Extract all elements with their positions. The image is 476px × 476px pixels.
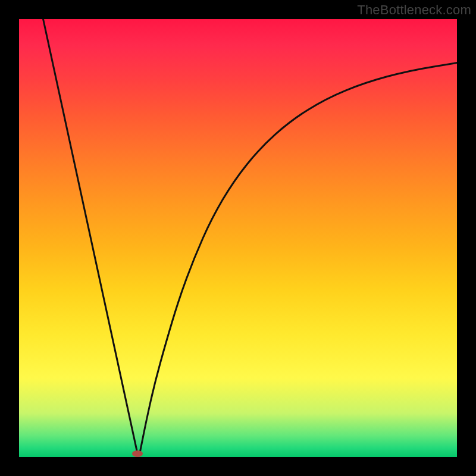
optimal-marker — [132, 450, 143, 457]
plot-area — [19, 19, 457, 457]
chart-frame: TheBottleneck.com — [0, 0, 476, 476]
watermark-text: TheBottleneck.com — [357, 2, 471, 18]
curve-path — [43, 19, 458, 453]
bottleneck-curve — [19, 19, 457, 457]
